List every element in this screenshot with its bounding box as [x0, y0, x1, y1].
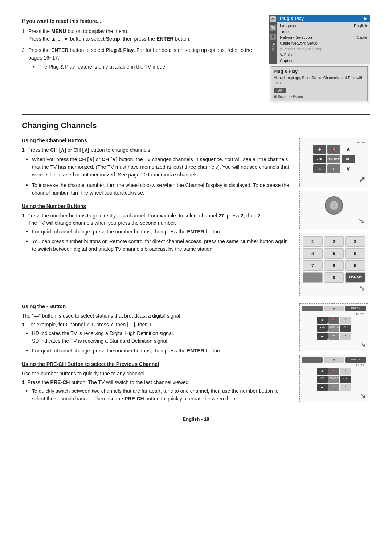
sr-mute-icon: 🔇 — [328, 317, 339, 324]
nav-diag-arrow: ↘ — [303, 216, 364, 225]
dash-btn-intro: The "—" button is used to select station… — [22, 313, 290, 319]
dash-btn-bullet1: HD indicates the TV is receiving a Digit… — [22, 330, 290, 345]
mute-row: MUTE — [303, 141, 365, 144]
dash-prech-diagrams: – 0 PRE-CH MUTE + 🔇 ∧ VOL SOURCE CH – ↩ … — [298, 303, 370, 403]
np-5: 5 — [324, 248, 344, 259]
return-btn: ↩ — [327, 164, 340, 173]
vol-plus-btn: + — [313, 145, 326, 154]
sr-dash-btn: – — [302, 306, 323, 311]
channel-btn-bullet1: When you press the CH [∧] or CH [∨] butt… — [22, 156, 290, 179]
dialog-ok-btn[interactable]: OK — [274, 88, 286, 93]
np-dash: – — [303, 272, 323, 283]
subsection-number-buttons: Using the Number Buttons — [22, 203, 290, 209]
sr-zero-btn: 0 — [324, 306, 344, 311]
sr-source: SOURCE — [328, 325, 339, 332]
vol-minus-btn: – — [313, 164, 326, 173]
sr-ch-up: ∧ — [340, 317, 351, 324]
vol-ch-remote-panel: MUTE + 🔇 ∧ VOL SOURCE CH – ↩ ∨ ↗ — [299, 138, 368, 187]
diag-arrow-container: ↗ — [303, 175, 365, 184]
menu-item-network: Network Selection : Cable — [277, 34, 370, 40]
sr-vol-minus: – — [317, 333, 328, 340]
menu-item-vchip-label: V-Chip — [280, 53, 292, 57]
np-7: 7 — [303, 260, 323, 271]
number-btn-bullet2: You can press number buttons on Remote c… — [22, 238, 290, 253]
menu-item-language-label: Language — [280, 24, 298, 28]
plug-play-dialog: Plug & Play Menu Language, Store Demo, C… — [271, 66, 368, 101]
menu-item-wireless-label: Wireless Network Setup — [280, 47, 322, 51]
step-2-num: 2 — [22, 46, 25, 54]
tv-menu-screenshot: ⚙ 📡 🖥 Setup Plug & Play ▶ Language — [269, 15, 370, 103]
sr-prech-prech-btn: PRE-CH — [345, 357, 366, 363]
sr2-vol-label: VOL — [317, 376, 328, 383]
np-1: 1 — [303, 236, 323, 247]
ch-up-btn: ∧ — [342, 145, 355, 154]
menu-item-caption: Caption — [277, 58, 370, 64]
np-9: 9 — [345, 260, 365, 271]
sr2-diag-arrow: ↘ — [302, 391, 366, 400]
menu-item-vchip: V-Chip — [277, 52, 370, 58]
dialog-title: Plug & Play — [274, 69, 365, 74]
nav-diag-arrow-sym: ↘ — [358, 216, 364, 225]
prech-intro: Use the number buttons to quickly tune t… — [22, 371, 290, 376]
tv-menu-title: Plug & Play ▶ — [277, 15, 370, 22]
sr-diag-arrow1: ↘ — [302, 340, 366, 349]
sr2-return: ↩ — [328, 384, 339, 391]
tv-menu-outer: ⚙ 📡 🖥 Setup Plug & Play ▶ Language — [269, 15, 370, 103]
np-0: 0 — [324, 272, 344, 283]
tv-menu-content: Plug & Play ▶ Language : English Time — [277, 15, 370, 64]
numpad-diag-arrow-sym: ↘ — [359, 284, 365, 293]
sr2-mute-icon: 🔇 — [328, 368, 339, 375]
np-3: 3 — [345, 236, 365, 247]
nav-circle: ⊙ — [325, 196, 343, 215]
sr2-vol-minus: – — [317, 384, 328, 391]
mute-icon-btn: 🔇 — [327, 145, 340, 154]
sr2-ch-down: ∨ — [340, 384, 351, 391]
np-2: 2 — [324, 236, 344, 247]
right-diagrams: MUTE + 🔇 ∧ VOL SOURCE CH – ↩ ∨ ↗ — [298, 138, 370, 296]
footer-text: English - 18 — [183, 416, 209, 422]
numpad-section: 1 2 3 4 5 6 7 8 9 – 0 PRE-CH ↘ — [299, 233, 368, 296]
sidebar-label: Setup — [271, 43, 275, 51]
sr2-mute-row: MUTE — [302, 364, 366, 367]
sidebar-icon-2: 📡 — [270, 25, 276, 31]
sidebar-icon-gear: ⚙ — [270, 16, 276, 22]
page-container: If you want to reset this feature... 1 P… — [0, 0, 392, 538]
dialog-text: Menu Language, Store Demo, Channels, and… — [274, 76, 365, 86]
menu-item-cable-label: Cable Network Setup — [280, 41, 318, 45]
sr2-ch-up: ∧ — [340, 368, 351, 375]
step-2: 2 Press the ENTER button to select Plug … — [22, 46, 258, 71]
source-btn: SOURCE — [327, 155, 340, 163]
menu-item-caption-label: Caption — [280, 58, 294, 63]
sr-prech-zero-btn: 0 — [324, 357, 344, 363]
ch-down-btn: ∨ — [342, 164, 355, 173]
dash-btn-step1: 1 For example, for Channel 7-1, press 7,… — [22, 322, 290, 327]
top-text: If you want to reset this feature... 1 P… — [22, 15, 258, 103]
number-btn-bullet1: For quick channel change, press the numb… — [22, 228, 290, 236]
sr-diag-arrow1-sym: ↘ — [360, 340, 366, 349]
subsection-channel-buttons: Using the Channel Buttons — [22, 138, 290, 143]
sr2-diag-arrow-sym: ↘ — [360, 391, 366, 400]
menu-item-network-value: : Cable — [354, 35, 367, 40]
sr-prech-top: – 0 PRE-CH — [302, 357, 366, 363]
number-btn-step1-sub: The TV will change channels when you pre… — [22, 220, 290, 226]
nav-circle-inner: ⊙ — [330, 201, 338, 210]
menu-item-cable: Cable Network Setup — [277, 40, 370, 46]
step-2-arrow: The Plug & Play feature is only availabl… — [28, 63, 258, 71]
footer-return: ↩ Return — [289, 95, 303, 98]
menu-item-time-label: Time — [280, 29, 289, 34]
footer-enter: ▣ Enter — [274, 95, 286, 98]
menu-title-text: Plug & Play — [280, 16, 304, 21]
menu-arrow: ▶ — [364, 16, 367, 21]
menu-sidebar-row: ⚙ 📡 🖥 Setup Plug & Play ▶ Language — [269, 15, 370, 64]
sr-ch-down: ∨ — [340, 333, 351, 340]
sr-prech-dash-btn: – — [302, 357, 323, 363]
prech-bullet1: To quickly switch between two channels t… — [22, 387, 290, 403]
sr-return: ↩ — [328, 333, 339, 340]
channel-buttons-section: Using the Channel Buttons 1 Press the CH… — [22, 138, 370, 296]
tv-menu-items: Language : English Time Network Selectio… — [277, 22, 370, 64]
sr-prech-btn: PRE-CH — [345, 306, 366, 311]
step-1-num: 1 — [22, 28, 25, 35]
vol-label-btn: VOL — [313, 155, 326, 163]
sr-vol-label: VOL — [317, 325, 328, 332]
dash-btn-bullet2: For quick channel change, press the numb… — [22, 347, 290, 355]
